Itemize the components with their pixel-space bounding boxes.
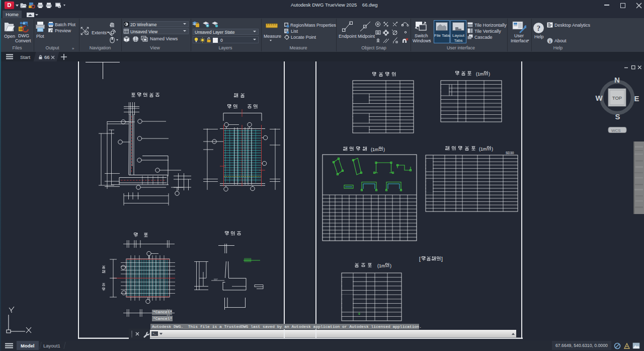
svg-text:TOP: TOP	[612, 95, 622, 101]
svg-text:S: S	[615, 112, 620, 121]
svg-text:): )	[492, 147, 493, 152]
svg-text:SD30: SD30	[506, 151, 514, 155]
svg-text:(1m: (1m	[476, 72, 484, 77]
svg-text:WCS: WCS	[611, 128, 621, 133]
svg-text:E: E	[634, 94, 639, 103]
svg-text:[: [	[419, 256, 421, 262]
svg-text:(1m: (1m	[371, 147, 379, 152]
svg-text:N: N	[614, 76, 620, 84]
svg-text:): )	[383, 147, 385, 152]
svg-text:W: W	[595, 94, 603, 102]
svg-text:]: ]	[441, 256, 443, 262]
svg-text:): )	[390, 263, 391, 268]
svg-text:(1m: (1m	[377, 263, 385, 268]
svg-text:?: ?	[537, 24, 541, 32]
svg-text:): )	[489, 72, 490, 77]
svg-text:(1m: (1m	[479, 147, 487, 152]
